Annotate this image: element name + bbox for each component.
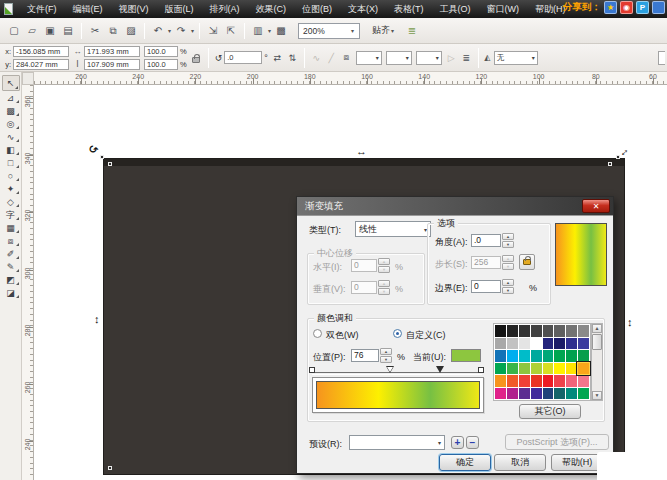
combine-button[interactable]: ⧈ [339, 51, 354, 65]
export-icon[interactable]: ⇱ [223, 23, 239, 39]
menu-item[interactable]: 文本(X) [340, 0, 386, 18]
gradient-slider[interactable] [312, 372, 482, 373]
palette-swatch[interactable] [566, 388, 577, 400]
palette-swatch[interactable] [578, 338, 589, 350]
steps-spinner[interactable]: ▲▼ [502, 255, 514, 270]
chevron-down-icon[interactable]: ▾ [168, 27, 171, 34]
skew-handle-top[interactable]: ↔ [356, 146, 367, 157]
two-color-radio[interactable] [313, 329, 322, 338]
palette-swatch[interactable] [554, 338, 565, 350]
close-button[interactable]: ✕ [582, 199, 610, 213]
menu-item[interactable]: 编辑(E) [65, 0, 111, 18]
scroll-down-icon[interactable]: ▼ [592, 391, 602, 400]
application-launcher-icon[interactable]: ▥ [250, 23, 266, 39]
spin-down-icon[interactable]: ▼ [502, 263, 514, 270]
ruler-origin-corner[interactable] [22, 72, 34, 85]
palette-swatch[interactable] [531, 375, 542, 387]
palette-swatch[interactable] [531, 350, 542, 362]
palette-swatch[interactable] [566, 325, 577, 337]
add-preset-button[interactable]: + [451, 436, 464, 449]
lock-ratio-button[interactable] [189, 51, 204, 65]
spin-down-icon[interactable]: ▼ [380, 356, 392, 363]
palette-swatch[interactable] [519, 325, 530, 337]
pengyou-share-icon[interactable]: P [636, 1, 649, 14]
eyedropper-tool[interactable]: ✐ [2, 248, 20, 260]
shape-tool[interactable]: ⊿ [2, 92, 20, 104]
chevron-down-icon[interactable]: ▾ [268, 27, 271, 34]
palette-scrollbar[interactable]: ▲ ▼ [591, 323, 603, 401]
palette-swatch[interactable] [531, 338, 542, 350]
spin-down-icon[interactable]: ▼ [502, 241, 514, 248]
edge-pad-spinner[interactable]: ▲▼ [502, 279, 514, 294]
rectangle-tool[interactable]: □ [2, 157, 20, 169]
palette-swatch[interactable] [507, 363, 518, 375]
menu-item[interactable]: 排列(A) [202, 0, 248, 18]
palette-swatch[interactable] [554, 375, 565, 387]
palette-swatch[interactable] [543, 363, 554, 375]
palette-swatch[interactable] [531, 363, 542, 375]
palette-swatch[interactable] [519, 363, 530, 375]
freehand-tool[interactable]: ∿ [2, 131, 20, 143]
palette-swatch[interactable] [566, 363, 577, 375]
selection-handle[interactable] [100, 155, 104, 159]
selection-handle[interactable] [616, 155, 620, 159]
position-spinner[interactable]: ▲▼ [380, 348, 392, 363]
gradient-bar[interactable] [316, 381, 480, 409]
x-position-input[interactable]: -156.085 mm [13, 46, 69, 57]
crop-tool[interactable]: ▩ [2, 105, 20, 117]
open-icon[interactable]: ▱ [24, 23, 40, 39]
steps-input[interactable]: 256 [471, 256, 501, 269]
palette-swatch[interactable] [519, 388, 530, 400]
spin-up-icon[interactable]: ▲ [378, 258, 390, 265]
palette-swatch[interactable] [554, 388, 565, 400]
palette-swatch[interactable] [543, 325, 554, 337]
palette-swatch[interactable] [566, 338, 577, 350]
ellipse-tool[interactable]: ○ [2, 170, 20, 182]
palette-swatch[interactable] [495, 325, 506, 337]
palette-swatch[interactable] [543, 388, 554, 400]
basic-shapes-tool[interactable]: ◇ [2, 196, 20, 208]
menu-item[interactable]: 文件(F) [19, 0, 65, 18]
new-document-icon[interactable]: ▢ [6, 23, 22, 39]
scrollbar-thumb[interactable] [592, 334, 602, 350]
selection-handle[interactable] [108, 466, 112, 470]
polygon-tool[interactable]: ✦ [2, 183, 20, 195]
vertical-offset-input[interactable]: 0 [351, 281, 377, 294]
selection-handle[interactable] [108, 162, 112, 166]
palette-swatch[interactable] [554, 350, 565, 362]
skew-handle-left[interactable]: ↕ [94, 314, 100, 325]
smart-fill-tool[interactable]: ◧ [2, 144, 20, 156]
angle-input[interactable]: .0 [471, 234, 501, 247]
palette-swatch[interactable] [507, 388, 518, 400]
chevron-down-icon[interactable]: ▾ [191, 27, 194, 34]
spin-up-icon[interactable]: ▲ [380, 348, 392, 355]
paste-icon[interactable]: ▨ [123, 23, 139, 39]
zoom-tool[interactable]: ◎ [2, 118, 20, 130]
menu-item[interactable]: 表格(T) [386, 0, 432, 18]
pick-tool[interactable]: ↖ [2, 75, 20, 91]
palette-swatch[interactable] [507, 350, 518, 362]
zoom-level-select[interactable]: 200% ▾ [298, 23, 360, 39]
current-color-swatch[interactable] [451, 349, 481, 362]
scale-vertical-input[interactable]: 100.0 [144, 59, 178, 70]
palette-swatch[interactable] [495, 350, 506, 362]
palette-swatch[interactable] [495, 375, 506, 387]
menu-item[interactable]: 窗口(W) [479, 0, 528, 18]
copy-icon[interactable]: ⧉ [105, 23, 121, 39]
gradient-stop-marker[interactable] [386, 366, 394, 373]
palette-swatch[interactable] [507, 325, 518, 337]
palette-swatch[interactable] [531, 325, 542, 337]
wrap-text-button[interactable]: ≣ [459, 51, 474, 65]
gradient-stop-marker[interactable] [309, 367, 315, 373]
palette-swatch[interactable] [519, 350, 530, 362]
palette-swatch[interactable] [495, 388, 506, 400]
blend-tool[interactable]: ⧈ [2, 235, 20, 247]
presets-select[interactable]: ▾ [349, 435, 445, 450]
options-icon[interactable]: ≣ [405, 24, 419, 38]
cancel-button[interactable]: 取消 [494, 454, 546, 471]
menu-item[interactable]: 视图(V) [111, 0, 157, 18]
cut-icon[interactable]: ✂ [87, 23, 103, 39]
edge-pad-input[interactable]: 0 [471, 280, 501, 293]
dialog-title-bar[interactable]: 渐变填充 [297, 197, 613, 216]
table-tool[interactable]: ▦ [2, 222, 20, 234]
